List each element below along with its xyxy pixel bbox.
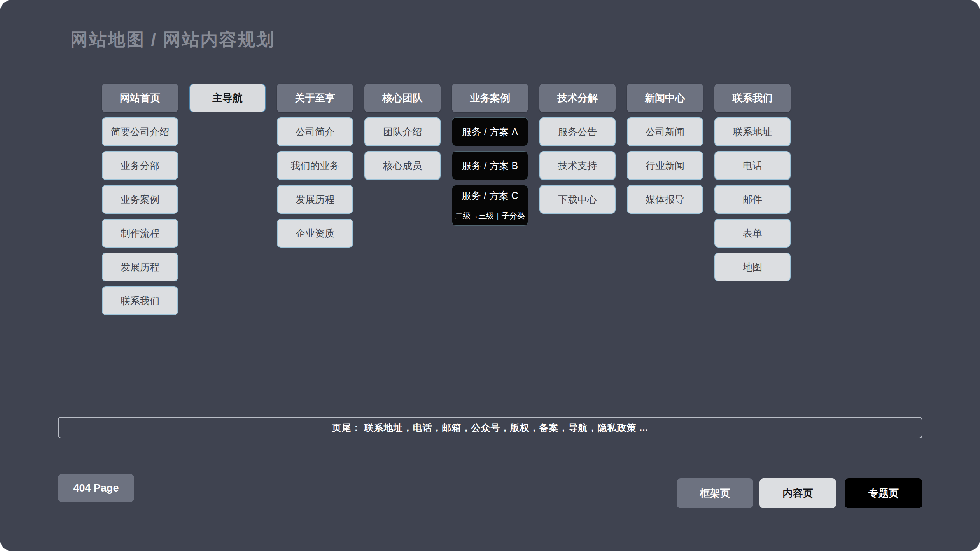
node-contact-item[interactable]: 邮件	[714, 185, 791, 214]
sitemap-canvas: 网站地图 / 网站内容规划 网站首页 简要公司介绍 业务分部 业务案例 制作流程…	[0, 0, 980, 551]
node-contact-item[interactable]: 地图	[714, 253, 791, 281]
column-team: 核心团队 团队介绍 核心成员	[364, 84, 441, 180]
node-tech-header[interactable]: 技术分解	[539, 84, 616, 112]
page-title: 网站地图 / 网站内容规划	[70, 28, 275, 51]
legend-content-page-button[interactable]: 内容页	[760, 478, 836, 508]
node-home-item[interactable]: 业务案例	[102, 185, 178, 214]
node-tech-item[interactable]: 服务公告	[539, 117, 616, 146]
node-case-item[interactable]: 服务 / 方案 B	[452, 151, 528, 180]
node-about-item[interactable]: 公司简介	[277, 117, 353, 146]
node-news-header[interactable]: 新闻中心	[627, 84, 703, 112]
legend-frame-page-button[interactable]: 框架页	[677, 478, 753, 508]
node-home-item[interactable]: 简要公司介绍	[102, 117, 178, 146]
node-team-header[interactable]: 核心团队	[364, 84, 441, 112]
column-home: 网站首页 简要公司介绍 业务分部 业务案例 制作流程 发展历程 联系我们	[102, 84, 178, 315]
node-team-item[interactable]: 核心成员	[364, 151, 441, 180]
node-home-item[interactable]: 发展历程	[102, 253, 178, 281]
node-case-item-sublabel: 二级→三级｜子分类	[452, 206, 528, 225]
node-about-item[interactable]: 我们的业务	[277, 151, 353, 180]
node-case-item-with-sub[interactable]: 服务 / 方案 C 二级→三级｜子分类	[452, 185, 528, 226]
node-about-item[interactable]: 发展历程	[277, 185, 353, 214]
node-contact-item[interactable]: 表单	[714, 219, 791, 248]
node-home-header[interactable]: 网站首页	[102, 84, 178, 112]
node-tech-item[interactable]: 技术支持	[539, 151, 616, 180]
node-news-item[interactable]: 行业新闻	[627, 151, 703, 180]
node-news-item[interactable]: 公司新闻	[627, 117, 703, 146]
column-about: 关于至亨 公司简介 我们的业务 发展历程 企业资质	[277, 84, 353, 248]
node-cases-header[interactable]: 业务案例	[452, 84, 528, 112]
node-case-item[interactable]: 服务 / 方案 A	[452, 117, 528, 146]
node-home-item[interactable]: 业务分部	[102, 151, 178, 180]
column-main-nav: 主导航	[189, 84, 266, 112]
node-contact-item[interactable]: 联系地址	[714, 117, 791, 146]
404-page-node[interactable]: 404 Page	[58, 474, 134, 502]
column-news: 新闻中心 公司新闻 行业新闻 媒体报导	[627, 84, 703, 214]
footer-bar: 页尾： 联系地址，电话，邮箱，公众号，版权，备案，导航，隐私政策 ...	[58, 417, 922, 438]
node-case-item-label: 服务 / 方案 C	[452, 185, 528, 206]
column-cases: 业务案例 服务 / 方案 A 服务 / 方案 B 服务 / 方案 C 二级→三级…	[452, 84, 528, 226]
node-main-nav[interactable]: 主导航	[189, 84, 266, 112]
node-tech-item[interactable]: 下载中心	[539, 185, 616, 214]
node-about-header[interactable]: 关于至亨	[277, 84, 353, 112]
legend-special-page-button[interactable]: 专题页	[845, 478, 922, 508]
column-contact: 联系我们 联系地址 电话 邮件 表单 地图	[714, 84, 791, 281]
node-team-item[interactable]: 团队介绍	[364, 117, 441, 146]
node-news-item[interactable]: 媒体报导	[627, 185, 703, 214]
node-about-item[interactable]: 企业资质	[277, 219, 353, 248]
column-tech: 技术分解 服务公告 技术支持 下载中心	[539, 84, 616, 214]
node-contact-header[interactable]: 联系我们	[714, 84, 791, 112]
node-contact-item[interactable]: 电话	[714, 151, 791, 180]
node-home-item[interactable]: 联系我们	[102, 286, 178, 315]
node-home-item[interactable]: 制作流程	[102, 219, 178, 248]
